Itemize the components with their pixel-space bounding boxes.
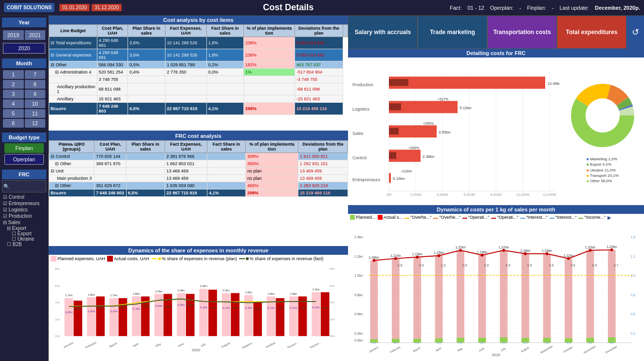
row-plan: 7 648 246 803: [97, 103, 128, 115]
month-4[interactable]: 4: [3, 99, 24, 108]
date-end-btn[interactable]: 31.12.2020: [92, 4, 122, 11]
month-5[interactable]: 5: [3, 109, 24, 118]
svg-text:4,000M: 4,000M: [437, 193, 448, 196]
kg-bar-jan: [370, 260, 378, 342]
frc-analysis-panel: FRC cost analysis Рівень ЦФО (groups) Co…: [49, 131, 348, 247]
svg-text:1,22bn: 1,22bn: [498, 245, 509, 248]
svg-text:Novem...: Novem...: [287, 341, 299, 349]
tab-total[interactable]: Total expenditures: [557, 16, 626, 49]
kg-dot-aug: [524, 252, 527, 255]
month-11[interactable]: 11: [25, 109, 46, 118]
row-name: ⊟ General expenses: [49, 49, 97, 61]
legend-actual-label: Actual costs, UAH: [114, 256, 149, 261]
svg-text:Decem...: Decem...: [309, 341, 322, 349]
svg-text:June: June: [478, 346, 485, 352]
finplan-btn[interactable]: Finplan: [4, 143, 44, 153]
frc-search-input[interactable]: [9, 182, 45, 189]
legend-kg-operat1-label: "Operati...": [468, 215, 489, 220]
frc-item-control[interactable]: ☑ Control: [2, 194, 46, 200]
refresh-button[interactable]: ↺: [626, 16, 644, 49]
month-12[interactable]: 12: [25, 119, 46, 128]
legend-kg-interest2: "Interest...": [550, 215, 577, 220]
tab-trade[interactable]: Trade marketing: [418, 16, 487, 49]
frc-row-fact: 2 381 876 966: [165, 152, 207, 160]
month-10[interactable]: 10: [25, 99, 46, 108]
month-7[interactable]: 7: [25, 70, 46, 79]
dynamics-kg-legend: Planned... Actual s... "Overhe...": [348, 214, 644, 221]
svg-text:0,0: 0,0: [437, 342, 441, 344]
sidebar-year-2019[interactable]: 2019: [3, 30, 24, 40]
center-panels: Cost analysis by cost items Line Budget …: [49, 16, 348, 361]
svg-text:+116%: +116%: [515, 74, 526, 77]
frc-sub2-ukraine[interactable]: ☐ Ukraine: [2, 236, 46, 242]
detailing-section: Detailing costs for FRC Production Logis…: [348, 49, 644, 205]
bar-planned-jan: [65, 298, 74, 336]
table-row: ⊟ Control 770 826 144 2 381 876 966 309%…: [49, 152, 348, 160]
frc-sub2-export[interactable]: ☐ Export: [2, 231, 46, 236]
frc-item-entrepreneurs[interactable]: ☑ Entrepreneurs: [2, 200, 46, 207]
month-1[interactable]: 1: [3, 70, 24, 79]
frc-row-pct: 465%: [246, 182, 298, 189]
svg-text:4,4%: 4,4%: [321, 306, 329, 309]
svg-text:1,7bn: 1,7bn: [119, 294, 127, 297]
bar-actual-jul: [208, 290, 217, 336]
operplan-btn[interactable]: Operplan: [4, 154, 44, 165]
month-2[interactable]: 2: [3, 80, 24, 89]
svg-text:0M: 0M: [386, 193, 391, 196]
table-row: 3 748 755 -3 748 755: [49, 76, 348, 83]
legend-kg-actual: Actual s...: [378, 215, 403, 220]
month-grid: 1 7 2 8 3 9 4 10 5 11 6 12: [2, 69, 46, 129]
svg-text:1,15bn: 1,15bn: [434, 250, 444, 254]
frc-item-sales[interactable]: ⊟ Sales: [2, 219, 46, 226]
frc-list: ☑ Control ☑ Entrepreneurs ☑ Logistics ☑ …: [2, 194, 46, 247]
sidebar-year-2021[interactable]: 2021: [25, 30, 46, 40]
legend-kg-operat1: "Operati...": [462, 215, 489, 220]
row-fact-share: 1,8%: [206, 49, 243, 61]
scroll-indicator: [343, 25, 348, 37]
col-pct-plan: % of plan implementa tion: [243, 25, 294, 37]
frc-col-pct: % of plan implementa tion: [246, 140, 298, 152]
month-8[interactable]: 8: [25, 80, 46, 89]
row-plan: 520 581 254: [97, 69, 128, 76]
frc-row-fact: 13 469 459: [165, 167, 207, 174]
row-pct: [243, 76, 294, 83]
svg-text:0.14bn: 0.14bn: [393, 176, 405, 181]
bar-entrepreneurs: [389, 173, 391, 183]
svg-text:6,000M: 6,000M: [463, 193, 475, 196]
frc-sub-b2b[interactable]: ☐ B2B: [2, 242, 46, 247]
svg-text:1,0: 1,0: [441, 264, 446, 267]
svg-text:4,0%: 4,0%: [254, 307, 261, 311]
svg-text:1,8bn: 1,8bn: [299, 293, 306, 296]
tab-salary[interactable]: Salary with accruals: [348, 16, 418, 49]
col-cost-plan: Cost Plan, UAH: [97, 25, 128, 37]
month-title: Month: [2, 58, 46, 68]
month-6[interactable]: 6: [3, 119, 24, 128]
finplan-label: Finplan:: [527, 5, 546, 11]
operplan-val: -: [519, 5, 521, 11]
month-3[interactable]: 3: [3, 90, 24, 98]
frc-row-plan: 369 871 870: [94, 160, 126, 167]
frc-title: FRC: [2, 170, 46, 179]
legend-scroll-right[interactable]: ▶: [607, 215, 611, 220]
row-plan-share: 6,5%: [128, 103, 166, 115]
sidebar-year-2020[interactable]: 2020: [3, 43, 45, 54]
tab-transport[interactable]: Transportation costs: [487, 16, 557, 49]
row-plan: 566 094 330: [97, 61, 128, 69]
frc-item-production[interactable]: ☑ Production: [2, 213, 46, 219]
row-dev: -15 621 463: [294, 95, 343, 103]
svg-text:1,9bn: 1,9bn: [186, 290, 194, 293]
svg-text:0,0: 0,0: [394, 342, 398, 344]
frc-sub-export[interactable]: ⊟ Export: [2, 226, 46, 231]
svg-text:0,7: 0,7: [614, 264, 619, 267]
sidebar: Year 2019 2021 2020 Month 1 7 2 8 3 9: [0, 16, 49, 361]
bar-logistics-neg: [389, 103, 401, 110]
svg-text:+200%: +200%: [408, 146, 419, 150]
frc-row-dev: 1 611 050 821: [298, 152, 348, 160]
month-9[interactable]: 9: [25, 90, 46, 98]
frc-item-logistics[interactable]: ☑ Logistics: [2, 207, 46, 213]
svg-text:1,11bn: 1,11bn: [390, 253, 401, 257]
frc-row-name: Всього: [49, 189, 94, 196]
svg-text:0.2bn: 0.2bn: [354, 331, 363, 335]
svg-text:4%: 4%: [330, 301, 334, 304]
date-start-btn[interactable]: 01.01.2020: [59, 4, 90, 11]
